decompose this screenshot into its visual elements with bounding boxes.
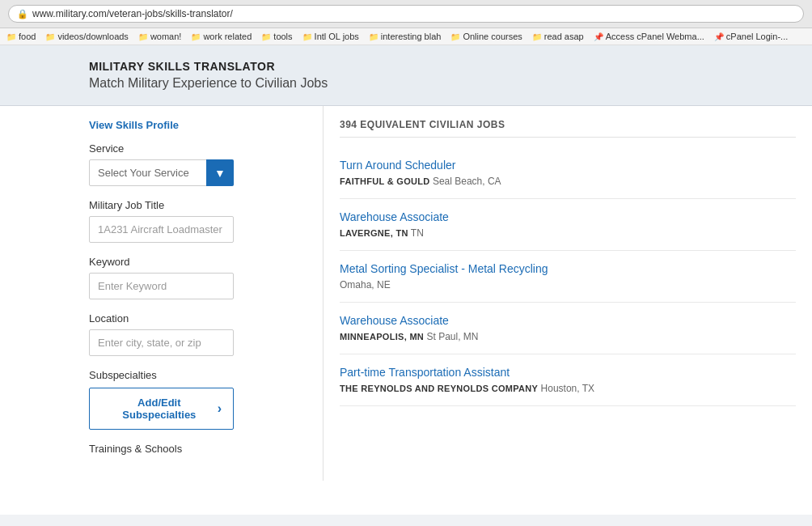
service-select-wrapper: Select Your Service ▼ (89, 159, 234, 186)
bookmarks-bar: 📁 food 📁 videos/downloads 📁 woman! 📁 wor… (0, 28, 812, 45)
bookmark-work[interactable]: 📁 work related (191, 32, 252, 41)
job-item: Metal Sorting Specialist - Metal Recycli… (340, 251, 796, 303)
job-location-text: St Paul, MN (426, 331, 478, 342)
job-location-text: TN (411, 227, 424, 239)
bookmark-label: woman! (150, 32, 182, 41)
bookmark-intl[interactable]: 📁 Intl OL jobs (302, 32, 359, 41)
job-title[interactable]: Turn Around Scheduler (340, 159, 796, 172)
bookmark-label: cPanel Login-... (726, 32, 788, 41)
bookmark-courses[interactable]: 📁 Online courses (450, 32, 522, 41)
location-group: Location (89, 312, 234, 356)
folder-icon: 📁 (191, 32, 201, 41)
subspecialties-button[interactable]: Add/Edit Subspecialties › (89, 388, 234, 430)
folder-icon: 📁 (369, 32, 379, 41)
bookmark-label: interesting blah (381, 32, 442, 41)
job-company: FAITHFUL & GOULD (340, 176, 430, 186)
job-item: Turn Around Scheduler FAITHFUL & GOULD S… (340, 147, 796, 199)
results-panel: 394 EQUIVALENT CIVILIAN JOBS Turn Around… (324, 106, 812, 481)
bookmark-videos[interactable]: 📁 videos/downloads (45, 32, 128, 41)
folder-icon: 📁 (45, 32, 55, 41)
bookmark-label: work related (203, 32, 252, 41)
folder-icon: 📁 (450, 32, 460, 41)
page-wrapper: MILITARY SKILLS TRANSLATOR Match Militar… (0, 45, 812, 515)
bookmark-label: read asap (544, 32, 584, 41)
folder-icon: 📁 (532, 32, 542, 41)
service-group: Service Select Your Service ▼ (89, 142, 234, 186)
folder-icon: 📁 (261, 32, 271, 41)
bookmark-label: tools (273, 32, 292, 41)
job-meta: MINNEAPOLIS, MN St Paul, MN (340, 331, 796, 342)
bookmark-interesting[interactable]: 📁 interesting blah (369, 32, 442, 41)
job-title[interactable]: Metal Sorting Specialist - Metal Recycli… (340, 262, 796, 275)
subspecialties-btn-label: Add/Edit Subspecialties (101, 397, 218, 421)
keyword-input[interactable] (89, 273, 234, 299)
folder-icon: 📁 (6, 32, 16, 41)
job-location-text: Seal Beach, CA (433, 176, 501, 187)
bookmark-food[interactable]: 📁 food (6, 32, 36, 41)
bookmark-woman[interactable]: 📁 woman! (138, 32, 182, 41)
trainings-group: Trainings & Schools (89, 443, 234, 455)
lock-icon: 🔒 (17, 9, 28, 19)
browser-bar: 🔒 www.military.com/veteran-jobs/skills-t… (0, 0, 812, 28)
job-title[interactable]: Warehouse Associate (340, 210, 796, 223)
bookmark-cpanel-login[interactable]: 📌 cPanel Login-... (714, 32, 788, 41)
keyword-group: Keyword (89, 256, 234, 299)
job-location-text: Houston, TX (541, 383, 594, 394)
subspecialties-label: Subspecialties (89, 369, 234, 381)
chevron-right-icon: › (218, 401, 222, 416)
bookmark-label: Intl OL jobs (315, 32, 359, 41)
job-item: Warehouse Associate LAVERGNE, TN TN (340, 199, 796, 251)
subspecialties-group: Subspecialties Add/Edit Subspecialties › (89, 369, 234, 430)
results-count: 394 EQUIVALENT CIVILIAN JOBS (340, 119, 796, 138)
military-job-group: Military Job Title (89, 199, 234, 243)
military-job-label: Military Job Title (89, 199, 234, 211)
view-skills-link[interactable]: View Skills Profile (89, 119, 234, 131)
sidebar: View Skills Profile Service Select Your … (0, 106, 324, 481)
bookmark-label: food (19, 32, 36, 41)
location-input[interactable] (89, 329, 234, 356)
page-header: MILITARY SKILLS TRANSLATOR Match Militar… (0, 45, 812, 106)
bookmark-label: Access cPanel Webma... (606, 32, 704, 41)
service-label: Service (89, 142, 234, 155)
url-text: www.military.com/veteran-jobs/skills-tra… (32, 8, 233, 19)
job-location-text: Omaha, NE (340, 279, 391, 291)
job-meta: FAITHFUL & GOULD Seal Beach, CA (340, 176, 796, 187)
job-meta: Omaha, NE (340, 279, 796, 291)
folder-icon: 📁 (302, 32, 312, 41)
main-layout: View Skills Profile Service Select Your … (0, 106, 812, 481)
service-select[interactable]: Select Your Service (89, 159, 234, 186)
bookmark-label: videos/downloads (57, 32, 128, 41)
location-label: Location (89, 312, 234, 325)
job-item: Part-time Transportation Assistant THE R… (340, 354, 796, 406)
keyword-label: Keyword (89, 256, 234, 268)
military-job-input[interactable] (89, 216, 234, 243)
job-company: THE REYNOLDS AND REYNOLDS COMPANY (340, 384, 538, 393)
job-meta: LAVERGNE, TN TN (340, 227, 796, 239)
job-meta: THE REYNOLDS AND REYNOLDS COMPANY Housto… (340, 383, 796, 394)
page-title: MILITARY SKILLS TRANSLATOR (89, 60, 723, 73)
bookmark-label: Online courses (463, 32, 522, 41)
bookmark-cpanel-access[interactable]: 📌 Access cPanel Webma... (594, 32, 704, 41)
job-item: Warehouse Associate MINNEAPOLIS, MN St P… (340, 303, 796, 354)
trainings-label: Trainings & Schools (89, 443, 234, 455)
bookmark-tools[interactable]: 📁 tools (261, 32, 292, 41)
job-title[interactable]: Warehouse Associate (340, 314, 796, 327)
url-bar[interactable]: 🔒 www.military.com/veteran-jobs/skills-t… (8, 5, 804, 23)
bookmark-read[interactable]: 📁 read asap (532, 32, 584, 41)
folder-icon: 📁 (138, 32, 148, 41)
pin-icon: 📌 (594, 32, 603, 41)
job-company: LAVERGNE, TN (340, 228, 408, 238)
page-subtitle: Match Military Experience to Civilian Jo… (89, 76, 723, 91)
pin-icon: 📌 (714, 32, 724, 41)
job-title[interactable]: Part-time Transportation Assistant (340, 366, 796, 379)
job-company: MINNEAPOLIS, MN (340, 332, 424, 341)
